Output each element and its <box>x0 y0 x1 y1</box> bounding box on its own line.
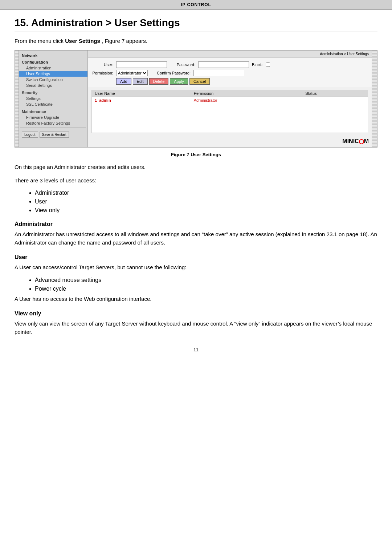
body-paragraph-1: On this page an Administrator creates an… <box>15 163 377 171</box>
access-levels-list: Administrator User View only <box>29 190 377 214</box>
sidebar-network-header: Network <box>19 52 87 58</box>
edit-button[interactable]: Edit <box>133 78 148 85</box>
list-item-user: User <box>29 198 377 205</box>
intro-paragraph: From the menu click User Settings , Figu… <box>15 38 377 44</box>
page-content: 15. Administration > User Settings From … <box>0 10 392 367</box>
sidebar-item-serial-settings[interactable]: Serial Settings <box>19 82 87 88</box>
sidebar-config-header: Configuration <box>19 58 87 65</box>
save-restart-button[interactable]: Save & Restart <box>40 132 69 138</box>
body-administrator-desc: An Administrator has unrestricted access… <box>15 230 377 247</box>
page-number: 11 <box>15 347 377 352</box>
table-row-empty <box>92 104 368 133</box>
minicom-logo: MINICM <box>88 136 372 147</box>
sidebar-item-restore-factory[interactable]: Restore Factory Settings <box>19 120 87 126</box>
cell-status <box>302 97 368 104</box>
user-label: User: <box>91 62 113 67</box>
page-title: 15. Administration > User Settings <box>15 17 377 32</box>
heading-user: User <box>15 254 377 261</box>
table-header-row: User Name Permission Status <box>92 90 368 97</box>
body-view-only-desc: View only can view the screen of any Tar… <box>15 320 377 336</box>
figure-caption: Figure 7 User Settings <box>15 152 377 157</box>
sidebar-item-administration[interactable]: Administration <box>19 65 87 71</box>
right-scrollbar <box>372 51 377 147</box>
col-permission: Permission <box>191 90 303 97</box>
body-user-no-access: A User has no access to the Web configur… <box>15 295 377 303</box>
user-input[interactable] <box>116 61 167 68</box>
form-buttons: Add Edit Delete Apply Cancel <box>116 78 368 85</box>
body-paragraph-2: There are 3 levels of user access: <box>15 177 377 185</box>
table-row[interactable]: 1 admin Administrator <box>92 97 368 104</box>
logout-button[interactable]: Logout <box>22 132 38 138</box>
sidebar-footer: Logout Save & Restart <box>19 129 87 140</box>
heading-administrator: Administrator <box>15 221 377 227</box>
breadcrumb: Administration > User Settings <box>88 51 372 58</box>
block-checkbox[interactable] <box>266 62 270 67</box>
sidebar-item-user-settings[interactable]: User Settings <box>19 71 87 77</box>
add-button[interactable]: Add <box>116 78 131 85</box>
delete-button[interactable]: Delete <box>149 78 169 85</box>
body-user-desc: A User can access/control Target Servers… <box>15 263 377 272</box>
sidebar-item-switch-config[interactable]: Switch Configuration <box>19 77 87 82</box>
cell-num-username: 1 admin <box>92 97 191 104</box>
confirm-password-label: Confirm Password: <box>151 71 191 75</box>
cell-permission: Administrator <box>191 97 303 104</box>
main-panel: Administration > User Settings User: Pas… <box>88 51 372 147</box>
confirm-password-input[interactable] <box>193 70 244 76</box>
sidebar-item-settings[interactable]: Settings <box>19 96 87 101</box>
apply-button[interactable]: Apply <box>170 78 188 85</box>
permission-select[interactable]: Administrator User View only <box>116 70 148 76</box>
form-row-permission-confirm: Permission: Administrator User View only… <box>91 70 368 76</box>
sidebar-item-ssl-certificate[interactable]: SSL Certificate <box>19 101 87 107</box>
sidebar-item-firmware-upgrade[interactable]: Firmware Upgrade <box>19 114 87 120</box>
sidebar-divider <box>20 128 86 128</box>
heading-view-only: View only <box>15 310 377 317</box>
left-scrollbar <box>15 51 19 147</box>
top-bar-title: IP CONTROL <box>181 2 211 7</box>
sidebar: Network Configuration Administration Use… <box>19 51 88 147</box>
sidebar-maintenance-header: Maintenance <box>19 108 87 114</box>
password-label: Password: <box>170 62 195 67</box>
list-item-mouse-settings: Advanced mouse settings <box>29 277 377 283</box>
block-label: Block: <box>252 62 263 67</box>
list-item-administrator: Administrator <box>29 190 377 196</box>
form-row-user-password: User: Password: Block: <box>91 61 368 68</box>
list-item-power-cycle: Power cycle <box>29 286 377 292</box>
list-item-view-only: View only <box>29 207 377 214</box>
sidebar-security-header: Security <box>19 89 87 96</box>
password-input[interactable] <box>198 61 249 68</box>
user-restrictions-list: Advanced mouse settings Power cycle <box>29 277 377 292</box>
permission-label: Permission: <box>91 71 113 75</box>
users-table: User Name Permission Status 1 admin Admi… <box>91 90 368 133</box>
col-status: Status <box>302 90 368 97</box>
top-bar: IP CONTROL <box>0 0 392 10</box>
cancel-button[interactable]: Cancel <box>189 78 210 85</box>
user-settings-form: User: Password: Block: Permission: Admin… <box>88 58 372 87</box>
col-username: User Name <box>92 90 191 97</box>
screenshot: Network Configuration Administration Use… <box>15 50 377 148</box>
